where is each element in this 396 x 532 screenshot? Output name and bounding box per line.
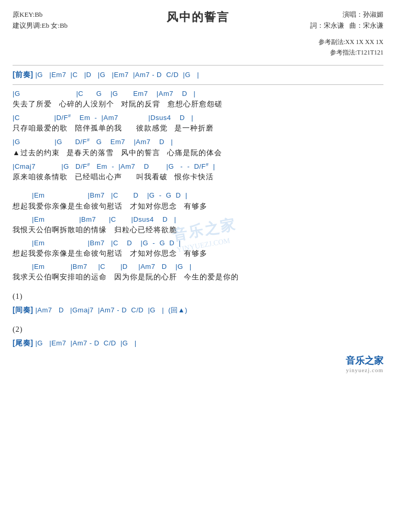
v1-chord1: |G |C G |G Em7 |Am7 D |: [13, 89, 383, 99]
v1-lyric2: 只存咱最爱的歌 陪伴孤单的我 彼款感觉 是一种折磨: [13, 123, 383, 134]
finger-tip: 参考指法:T121T121: [318, 47, 383, 58]
interlude-section: [间奏] |Am7 D |Gmaj7 |Am7 - D C/D |G | (回▲…: [13, 305, 383, 316]
c-lyric3: 想起我爱你亲像是生命彼句慰话 才知对你思念 有够多: [13, 248, 383, 259]
c-chord4: |Em |Bm7 |C |D |Am7 D |G |: [13, 262, 383, 272]
c-chord1: |Em |Bm7 |C D |G - G D |: [13, 191, 383, 200]
c-chord3: |Em |Bm7 |C D |G - G D |: [13, 238, 383, 248]
c-lyric2: 我恨天公伯啊拆散咱的情缘 归粒心已经将欲脆: [13, 224, 383, 235]
logo-cn-text: 音乐之家: [346, 354, 383, 367]
credits-info: 詞：宋永谦 曲：宋永谦: [310, 20, 383, 31]
chorus-block3: |Em |Bm7 |C D |G - G D | 想起我爱你亲像是生命彼句慰话 …: [13, 238, 383, 259]
logo-bottom: 音乐之家 yinyuezj.com: [346, 354, 383, 373]
mark1-block: (1): [13, 291, 383, 302]
mark2-block: (2): [13, 324, 383, 335]
top-divider: [13, 65, 383, 66]
outro-chords: [尾奏] |G |Em7 |Am7 - D C/D |G |: [13, 338, 383, 349]
c-lyric1: 想起我爱你亲像是生命彼句慰话 才知对你思念 有够多: [13, 201, 383, 212]
verse1-block1: |G |C G |G Em7 |Am7 D | 失去了所爱 心碎的人没别个 对阮…: [13, 89, 383, 110]
v1-lyric3: ▲过去的约束 是春天的落雪 风中的誓言 心痛是阮的体会: [13, 147, 383, 158]
verse1-block2: |C |D/F# Em - |Am7 |Dsus4 D | 只存咱最爱的歌 陪伴…: [13, 113, 383, 134]
page: 原KEY:Bb 建议男调:Eb 女:Bb 风中的誓言 演唱：孙淑媚 詞：宋永谦 …: [0, 0, 396, 383]
c-lyric4: 我求天公伯啊安排咱的运命 因为你是阮的心肝 今生的爱是你的: [13, 272, 383, 283]
intro-chords: [前奏] |G |Em7 |C |D |G |Em7 |Am7 - D C/D …: [13, 70, 383, 80]
outro-section: [尾奏] |G |Em7 |Am7 - D C/D |G |: [13, 338, 383, 349]
interlude-chords: [间奏] |Am7 D |Gmaj7 |Am7 - D C/D |G | (回▲…: [13, 305, 383, 316]
mark2-label: (2): [13, 324, 383, 335]
verse1-block3: |G |G D/F# G Em7 |Am7 D | ▲过去的约束 是春天的落雪 …: [13, 137, 383, 158]
v1-lyric1: 失去了所爱 心碎的人没别个 对阮的反背 愈想心肝愈怨磋: [13, 99, 383, 110]
tips-box: 参考副法:XX 1X XX 1X 参考指法:T121T121: [318, 37, 383, 58]
chorus-block1: |Em |Bm7 |C D |G - G D | 想起我爱你亲像是生命彼句慰话 …: [13, 191, 383, 211]
chorus-block4: |Em |Bm7 |C |D |Am7 D |G | 我求天公伯啊安排咱的运命 …: [13, 262, 383, 283]
section-divider-1: [13, 84, 383, 85]
v1-chord2: |C |D/F# Em - |Am7 |Dsus4 D |: [13, 113, 383, 123]
strum-tip: 参考副法:XX 1X XX 1X: [318, 37, 383, 47]
c-chord2: |Em |Bm7 |C |Dsus4 D |: [13, 215, 383, 224]
chorus-block2: |Em |Bm7 |C |Dsus4 D | 我恨天公伯啊拆散咱的情缘 归粒心已…: [13, 215, 383, 235]
meta-right: 演唱：孙淑媚 詞：宋永谦 曲：宋永谦: [310, 9, 383, 31]
singer-info: 演唱：孙淑媚: [310, 9, 383, 20]
v1-chord4: |Cmaj7 |G D/F# Em - |Am7 D |G - - D/F# |: [13, 161, 383, 172]
v1-chord3: |G |G D/F# G Em7 |Am7 D |: [13, 137, 383, 147]
mark1-label: (1): [13, 291, 383, 302]
v1-lyric4: 原来咱彼条情歌 已经唱出心声 叫我看破 恨你卡快活: [13, 171, 383, 182]
meta-left: 原KEY:Bb 建议男调:Eb 女:Bb: [13, 9, 68, 31]
key-info: 原KEY:Bb: [13, 9, 68, 20]
logo-en-text: yinyuezj.com: [346, 367, 383, 373]
suggest-info: 建议男调:Eb 女:Bb: [13, 20, 68, 31]
verse1-block4: |Cmaj7 |G D/F# Em - |Am7 D |G - - D/F# |…: [13, 161, 383, 183]
intro-section: [前奏] |G |Em7 |C |D |G |Em7 |Am7 - D C/D …: [13, 70, 383, 80]
